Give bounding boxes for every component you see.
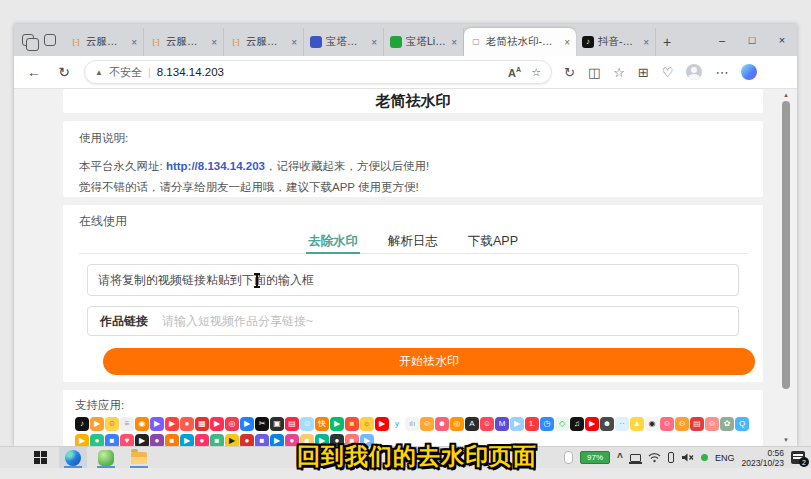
volume-muted-icon[interactable] (681, 452, 694, 463)
app-icon: ● (90, 434, 104, 446)
online-card: 在线使用 去除水印解析日志下载APP 请将复制的视频链接粘贴到下面的输入框 作品… (63, 205, 763, 382)
workspaces-icon[interactable] (22, 34, 34, 46)
back-button[interactable]: ← (24, 64, 44, 80)
tab-actions-icon[interactable] (44, 34, 56, 46)
tab-close-icon[interactable]: × (643, 37, 649, 48)
app-icon: ♪ (75, 417, 89, 431)
collections-icon[interactable]: ⊞ (638, 65, 649, 80)
page-tab[interactable]: 解析日志 (386, 230, 440, 254)
page-tab[interactable]: 下载APP (466, 230, 520, 254)
tab-label: 宝塔面板_首页 (326, 35, 367, 49)
online-heading: 在线使用 (79, 213, 747, 226)
window-maximize-button[interactable]: □ (737, 24, 767, 56)
usage-line1: 本平台永久网址: http://8.134.14.203，记得收藏起来，方便以后… (79, 158, 747, 174)
tab-close-icon[interactable]: × (371, 37, 377, 48)
status-dot-icon[interactable] (701, 454, 708, 461)
new-tab-button[interactable]: + (656, 28, 678, 56)
browser-tab[interactable]: 宝塔面板_首页 × (304, 28, 384, 56)
tab-favicon: ♪ (582, 36, 594, 48)
app-icon: ▤ (285, 417, 299, 431)
app-icon: ☺ (660, 417, 674, 431)
tab-close-icon[interactable]: × (131, 37, 137, 48)
scrollbar-up-arrow[interactable]: ▲ (780, 90, 792, 100)
page-scrollbar[interactable]: ▲ ▼ (780, 89, 792, 446)
browser-tab[interactable]: 宝塔Linux面板 × (384, 28, 464, 56)
address-bar[interactable]: ▲ 不安全 | 8.134.14.203 AA ☆ (84, 60, 552, 84)
scrollbar-down-arrow[interactable]: ▼ (780, 435, 792, 445)
clock[interactable]: 0:56 2023/10/23 (741, 448, 784, 468)
usage-heading: 使用说明: (79, 131, 747, 146)
green-app-icon (98, 450, 114, 466)
app-icon: ◇ (555, 417, 569, 431)
app-icon: ✿ (720, 417, 734, 431)
window-close-button[interactable]: × (767, 24, 797, 56)
text-cursor (256, 273, 258, 288)
app-icon: ▶ (270, 434, 284, 446)
notification-count-badge: 2 (799, 457, 809, 467)
app-icon: Q (735, 417, 749, 431)
hidden-icons-chevron[interactable]: ^ (617, 452, 623, 463)
profile-avatar[interactable] (686, 64, 702, 80)
scrollbar-thumb[interactable] (782, 101, 790, 389)
link-input-row: 作品链接 (87, 306, 739, 336)
tray-app-icon[interactable] (564, 451, 573, 464)
display-icon[interactable] (630, 454, 641, 462)
split-screen-icon[interactable]: ◫ (588, 65, 600, 80)
phone-icon[interactable] (668, 452, 674, 463)
app-icon-row: ♪▶☺≡◉▶▶●▦▶◎▶✂▣▤☺快▶■☼▶yılı☺☻◎A☺M▶1.◷◇♫▶☻·… (75, 417, 751, 431)
start-remove-watermark-button[interactable]: 开始祛水印 (103, 348, 755, 375)
copilot-icon[interactable] (741, 64, 757, 80)
app-icon: ⊙ (675, 417, 689, 431)
tab-favicon: [-] (150, 36, 162, 48)
favorite-star-icon[interactable]: ☆ (531, 66, 541, 79)
security-label: 不安全 (109, 65, 142, 80)
taskbar-edge-button[interactable] (59, 447, 87, 468)
taskbar-app-button-green[interactable] (92, 447, 120, 468)
window-minimize-button[interactable]: – (707, 24, 737, 56)
address-divider: | (148, 66, 151, 78)
video-link-input[interactable] (162, 314, 738, 328)
app-icon: ◷ (540, 417, 554, 431)
page-tab[interactable]: 去除水印 (306, 230, 360, 254)
app-icon: ▶ (165, 417, 179, 431)
app-icon: ☼ (360, 417, 374, 431)
battery-indicator[interactable]: 97% (580, 451, 610, 464)
tab-strip: [-] 云服务器管理 × [-] 云服务器管理 × [-] 云服务器管理 × 宝… (14, 24, 797, 56)
security-warning-icon: ▲ (95, 68, 103, 77)
browser-tab[interactable]: [-] 云服务器管理 × (64, 28, 144, 56)
browser-essentials-icon[interactable]: ♡ (662, 65, 674, 80)
browser-tab[interactable]: ♪ 抖音-记录美好 × (576, 28, 656, 56)
start-button[interactable] (26, 447, 54, 468)
tab-close-icon[interactable]: × (291, 37, 297, 48)
supported-apps-card: 支持应用: ♪▶☺≡◉▶▶●▦▶◎▶✂▣▤☺快▶■☼▶yılı☺☻◎A☺M▶1.… (63, 390, 763, 446)
tab-close-icon[interactable]: × (451, 37, 457, 48)
app-icon: ▶ (585, 417, 599, 431)
app-icon: ≡ (120, 417, 134, 431)
tab-close-icon[interactable]: × (211, 37, 217, 48)
app-icon: ☺ (420, 417, 434, 431)
paste-hint-box[interactable]: 请将复制的视频链接粘贴到下面的输入框 (87, 264, 739, 296)
app-icon: ● (240, 434, 254, 446)
refresh-button[interactable]: ↻ (54, 64, 74, 80)
app-icon: ■ (105, 434, 119, 446)
site-url-link[interactable]: http://8.134.14.203 (166, 160, 265, 172)
language-indicator[interactable]: ENG (715, 453, 735, 463)
app-icon: ▶ (210, 417, 224, 431)
app-icon: ◎ (225, 417, 239, 431)
taskbar-file-explorer-button[interactable] (125, 447, 153, 468)
browser-tool-icon[interactable]: ↻ (564, 65, 575, 80)
read-aloud-icon[interactable]: AA (508, 66, 521, 79)
favorites-bar-icon[interactable]: ☆ (613, 65, 625, 80)
tab-favicon: ▢ (470, 36, 482, 48)
app-icon: ♫ (570, 417, 584, 431)
tab-close-icon[interactable]: × (564, 37, 570, 48)
app-icon: ▶ (150, 417, 164, 431)
supported-apps-heading: 支持应用: (75, 398, 751, 411)
browser-tab[interactable]: [-] 云服务器管理 × (224, 28, 304, 56)
notification-center-icon[interactable]: 2 (791, 451, 805, 464)
browser-tab[interactable]: ▢ 老简祛水印-短视频 × (464, 28, 576, 56)
wifi-icon[interactable] (648, 452, 661, 463)
more-menu-icon[interactable]: ⋯ (715, 65, 728, 80)
browser-tab[interactable]: [-] 云服务器管理 × (144, 28, 224, 56)
tab-favicon (310, 36, 322, 48)
